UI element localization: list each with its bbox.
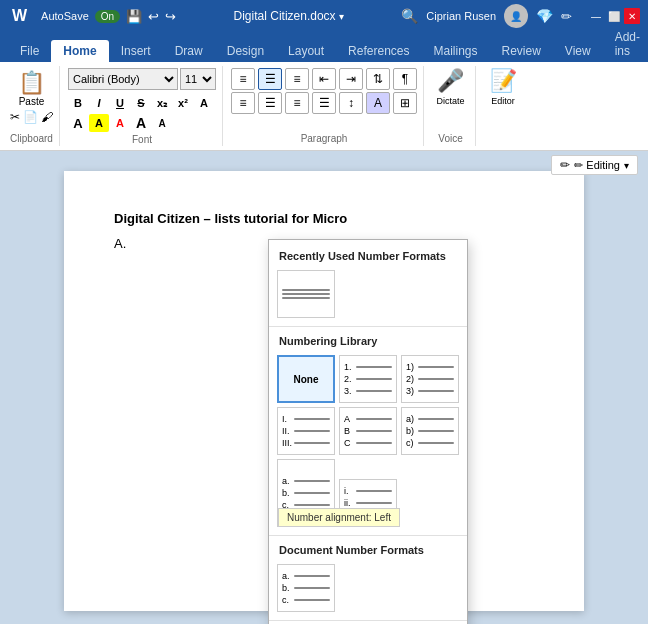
num-alpha-lower-dot-cell[interactable]: a. b. c. Number alignment: Left — [277, 459, 335, 527]
recently-used-grid — [269, 266, 467, 322]
text-effect-button[interactable]: A — [68, 114, 88, 132]
dropdown-arrow[interactable]: ▾ — [339, 11, 344, 22]
editor-icon[interactable]: 📝 — [490, 68, 517, 94]
font-size-select[interactable]: 11 — [180, 68, 216, 90]
numbering-dropdown: Recently Used Number Formats Numbering L… — [268, 239, 468, 624]
paste-icon: 📋 — [18, 70, 45, 96]
title-bar-right: 🔍 Ciprian Rusen 👤 💎 ✏ — ⬜ ✕ — [401, 4, 640, 28]
editing-badge[interactable]: ✏ ✏ Editing ▾ — [551, 155, 638, 175]
bold-button[interactable]: B — [68, 94, 88, 112]
paste-button[interactable]: 📋 Paste — [16, 68, 47, 109]
justify-button[interactable]: ☰ — [312, 92, 336, 114]
font-group-content: Calibri (Body) 11 B I U S x₂ x² A — [68, 68, 216, 132]
close-button[interactable]: ✕ — [624, 8, 640, 24]
highlight-button[interactable]: A — [89, 114, 109, 132]
paragraph-label: Paragraph — [231, 131, 417, 144]
main-area: ✏ ✏ Editing ▾ Digital Citizen – lists tu… — [0, 151, 648, 624]
font-size-down-button[interactable]: A — [152, 114, 172, 132]
user-avatar[interactable]: 👤 — [504, 4, 528, 28]
word-logo: W — [8, 7, 31, 25]
format-painter-button[interactable]: 🖌 — [41, 110, 53, 124]
tab-draw[interactable]: Draw — [163, 40, 215, 62]
borders-button[interactable]: ⊞ — [393, 92, 417, 114]
tab-design[interactable]: Design — [215, 40, 276, 62]
paragraph-group: ≡ ☰ ≡ ⇤ ⇥ ⇅ ¶ ≡ ☰ ≡ ☰ ↕ A — [225, 66, 424, 146]
search-icon[interactable]: 🔍 — [401, 8, 418, 24]
editor-area: Digital Citizen – lists tutorial for Mic… — [0, 151, 648, 624]
num-roman-lower-cell[interactable]: i. ii. iii. — [339, 479, 397, 527]
font-color-buttons: A A A A A — [68, 114, 172, 132]
paragraph-group-content: ≡ ☰ ≡ ⇤ ⇥ ⇅ ¶ ≡ ☰ ≡ ☰ ↕ A — [231, 68, 417, 131]
align-left-button[interactable]: ≡ — [231, 92, 255, 114]
decrease-indent-button[interactable]: ⇤ — [312, 68, 336, 90]
num-alpha-lower-paren-cell[interactable]: a) b) c) — [401, 407, 459, 455]
copy-button[interactable]: 📄 — [23, 110, 38, 124]
title-bar-center: Digital Citizen.docx ▾ — [176, 9, 401, 23]
font-format-buttons: B I U S x₂ x² A — [68, 94, 214, 112]
font-label: Font — [68, 132, 216, 145]
title-bar-left: W AutoSave On 💾 ↩ ↪ — [8, 7, 176, 25]
subscript-button[interactable]: x₂ — [152, 94, 172, 112]
clipboard-label: Clipboard — [10, 131, 53, 144]
tab-references[interactable]: References — [336, 40, 421, 62]
recent-lines-cell[interactable] — [277, 270, 335, 318]
tab-insert[interactable]: Insert — [109, 40, 163, 62]
ribbon: File Home Insert Draw Design Layout Refe… — [0, 32, 648, 151]
tab-view[interactable]: View — [553, 40, 603, 62]
increase-indent-button[interactable]: ⇥ — [339, 68, 363, 90]
redo-icon[interactable]: ↪ — [165, 9, 176, 24]
title-bar: W AutoSave On 💾 ↩ ↪ Digital Citizen.docx… — [0, 0, 648, 32]
empty-cell — [401, 479, 459, 527]
tab-layout[interactable]: Layout — [276, 40, 336, 62]
autosave-label: AutoSave — [41, 10, 89, 22]
voice-label: Voice — [432, 131, 469, 144]
font-name-select[interactable]: Calibri (Body) — [68, 68, 178, 90]
clipboard-group-content: 📋 Paste ✂ 📄 🖌 — [10, 68, 53, 131]
doc-num-cell[interactable]: a. b. c. — [277, 564, 335, 612]
minimize-button[interactable]: — — [588, 8, 604, 24]
font-color-button[interactable]: A — [110, 114, 130, 132]
tab-addins[interactable]: Add-ins — [603, 26, 648, 62]
pencil-icon[interactable]: ✏ — [561, 9, 572, 24]
editing-dropdown-arrow[interactable]: ▾ — [624, 160, 629, 171]
font-size-up-button[interactable]: A — [131, 114, 151, 132]
shading-button[interactable]: A — [366, 92, 390, 114]
multilevel-button[interactable]: ≡ — [285, 68, 309, 90]
ribbon-body: 📋 Paste ✂ 📄 🖌 Clipboard Calibr — [0, 62, 648, 150]
ribbon-icon[interactable]: 💎 — [536, 8, 553, 24]
autosave-toggle[interactable]: On — [95, 10, 120, 23]
dictate-icon[interactable]: 🎤 — [437, 68, 464, 94]
none-label: None — [283, 374, 329, 385]
show-marks-button[interactable]: ¶ — [393, 68, 417, 90]
num-paren-cell[interactable]: 1) 2) 3) — [401, 355, 459, 403]
bullets-button[interactable]: ≡ — [231, 68, 255, 90]
line-spacing-button[interactable]: ↕ — [339, 92, 363, 114]
document-filename: Digital Citizen.docx — [234, 9, 336, 23]
tab-file[interactable]: File — [8, 40, 51, 62]
num-roman-upper-cell[interactable]: I. II. III. — [277, 407, 335, 455]
num-123-cell[interactable]: 1. 2. 3. — [339, 355, 397, 403]
tab-review[interactable]: Review — [490, 40, 553, 62]
editing-pencil-icon: ✏ — [560, 158, 570, 172]
document-title: Digital Citizen – lists tutorial for Mic… — [114, 211, 534, 226]
undo-icon[interactable]: ↩ — [148, 9, 159, 24]
document-formats-title: Document Number Formats — [269, 540, 467, 560]
restore-button[interactable]: ⬜ — [606, 8, 622, 24]
italic-button[interactable]: I — [89, 94, 109, 112]
align-right-button[interactable]: ≡ — [285, 92, 309, 114]
clear-format-button[interactable]: A — [194, 94, 214, 112]
align-center-button[interactable]: ☰ — [258, 92, 282, 114]
sort-button[interactable]: ⇅ — [366, 68, 390, 90]
strikethrough-button[interactable]: S — [131, 94, 151, 112]
recently-used-title: Recently Used Number Formats — [269, 246, 467, 266]
num-alpha-upper-cell[interactable]: A B C — [339, 407, 397, 455]
save-icon[interactable]: 💾 — [126, 9, 142, 24]
list-icons-row: ≡ ☰ ≡ ⇤ ⇥ ⇅ ¶ — [231, 68, 417, 90]
underline-button[interactable]: U — [110, 94, 130, 112]
cut-button[interactable]: ✂ — [10, 110, 20, 124]
tab-mailings[interactable]: Mailings — [421, 40, 489, 62]
numbering-button[interactable]: ☰ — [258, 68, 282, 90]
none-cell[interactable]: None — [277, 355, 335, 403]
tab-home[interactable]: Home — [51, 40, 108, 62]
superscript-button[interactable]: x² — [173, 94, 193, 112]
